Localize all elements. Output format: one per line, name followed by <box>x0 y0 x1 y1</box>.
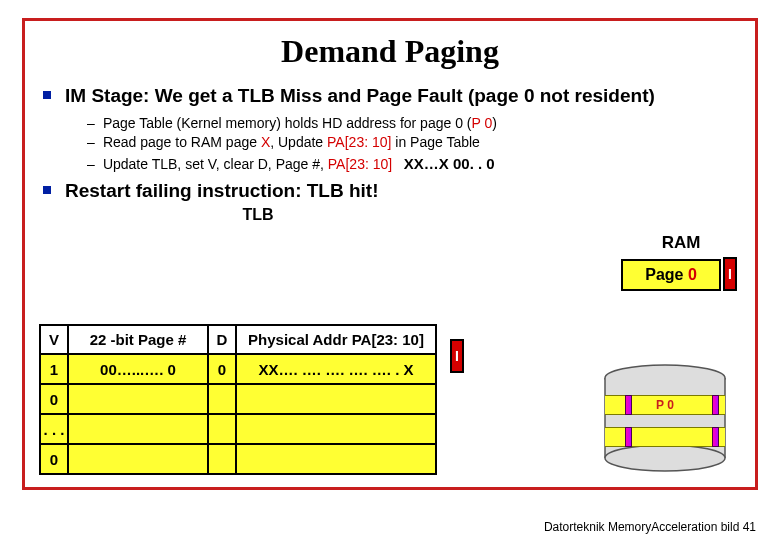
tlb-r4-pa <box>236 444 436 474</box>
sub1-a: Page Table (Kernel memory) holds HD addr… <box>103 115 472 131</box>
sub3-b: PA[23: 10] <box>328 156 392 172</box>
sub2-b: X <box>261 134 270 150</box>
tlb-r4-d <box>208 444 236 474</box>
sub3-tail: XX…X 00. . 0 <box>404 155 495 172</box>
tlb-i-box: I <box>450 339 464 373</box>
sub3-a: Update TLB, set V, clear D, Page #, <box>103 156 328 172</box>
bullet-square-icon <box>43 186 51 194</box>
tlb-r2-pa <box>236 384 436 414</box>
tlb-row-4: 0 <box>40 444 436 474</box>
tlb-r1-pa: XX…. …. …. …. …. . X <box>236 354 436 384</box>
dash-icon: – <box>87 114 99 134</box>
tlb-row-2: 0 <box>40 384 436 414</box>
dash-icon: – <box>87 155 99 175</box>
sub2-c: , Update <box>270 134 327 150</box>
bullet-square-icon <box>43 91 51 99</box>
tlb-r2-pn <box>68 384 208 414</box>
svg-point-4 <box>605 445 725 471</box>
disk-band-2 <box>605 427 725 447</box>
slide-title: Demand Paging <box>43 33 737 70</box>
tlb-row-dots: . . . <box>40 414 436 444</box>
sub2-e: in Page Table <box>391 134 479 150</box>
tlb-r4-pn <box>68 444 208 474</box>
tlb-h-v: V <box>40 325 68 354</box>
ram-block: RAM Page 0 I <box>621 233 741 291</box>
dash-icon: – <box>87 133 99 153</box>
disk-band-p0: P 0 <box>605 395 725 415</box>
slide-footer: Datorteknik MemoryAcceleration bild 41 <box>544 520 756 534</box>
slide-frame: Demand Paging IM Stage: We get a TLB Mis… <box>22 18 758 490</box>
tlb-r1-v: 1 <box>40 354 68 384</box>
tlb-dots-pn <box>68 414 208 444</box>
bullet-1: IM Stage: We get a TLB Miss and Page Fau… <box>43 84 737 108</box>
sub-bullet-3: – Update TLB, set V, clear D, Page #, PA… <box>87 153 737 175</box>
tlb-r1-pn: 00…...…. 0 <box>68 354 208 384</box>
tlb-header-row: V 22 -bit Page # D Physical Addr PA[23: … <box>40 325 436 354</box>
bullet-2-text: Restart failing instruction: TLB hit! <box>65 179 379 203</box>
disk-stripe-icon <box>712 427 719 447</box>
sub1-c: ) <box>492 115 497 131</box>
tlb-row-1: 1 00…...…. 0 0 XX…. …. …. …. …. . X <box>40 354 436 384</box>
disk-stripe-icon <box>625 395 632 415</box>
bullet-1-text: IM Stage: We get a TLB Miss and Page Fau… <box>65 84 655 108</box>
disk-stripe-icon <box>712 395 719 415</box>
sub-bullet-2: – Read page to RAM page X, Update PA[23:… <box>87 133 737 153</box>
tlb-dots-v: . . . <box>40 414 68 444</box>
sub2-a: Read page to RAM page <box>103 134 261 150</box>
tlb-dots-d <box>208 414 236 444</box>
ram-page0-num: 0 <box>688 266 697 283</box>
tlb-r2-d <box>208 384 236 414</box>
tlb-r1-d: 0 <box>208 354 236 384</box>
ram-i-box: I <box>723 257 737 291</box>
tlb-dots-pa <box>236 414 436 444</box>
sub2-d: PA[23: 10] <box>327 134 391 150</box>
tlb-r4-v: 0 <box>40 444 68 474</box>
disk-cylinder: P 0 <box>601 363 729 473</box>
ram-page0: Page 0 <box>621 259 721 291</box>
bullet-2: Restart failing instruction: TLB hit! <box>43 179 737 203</box>
sub-bullet-1: – Page Table (Kernel memory) holds HD ad… <box>87 114 737 134</box>
disk-stripe-icon <box>625 427 632 447</box>
ram-label: RAM <box>621 233 741 253</box>
tlb-r2-v: 0 <box>40 384 68 414</box>
cylinder-icon <box>601 363 729 473</box>
tlb-h-pa: Physical Addr PA[23: 10] <box>236 325 436 354</box>
tlb-h-d: D <box>208 325 236 354</box>
sub1-b: P 0 <box>471 115 492 131</box>
tlb-table: V 22 -bit Page # D Physical Addr PA[23: … <box>39 324 437 475</box>
tlb-label: TLB <box>83 206 433 224</box>
tlb-h-pn: 22 -bit Page # <box>68 325 208 354</box>
ram-page0-text: Page 0 <box>645 266 697 283</box>
sub-bullets: – Page Table (Kernel memory) holds HD ad… <box>87 114 737 175</box>
